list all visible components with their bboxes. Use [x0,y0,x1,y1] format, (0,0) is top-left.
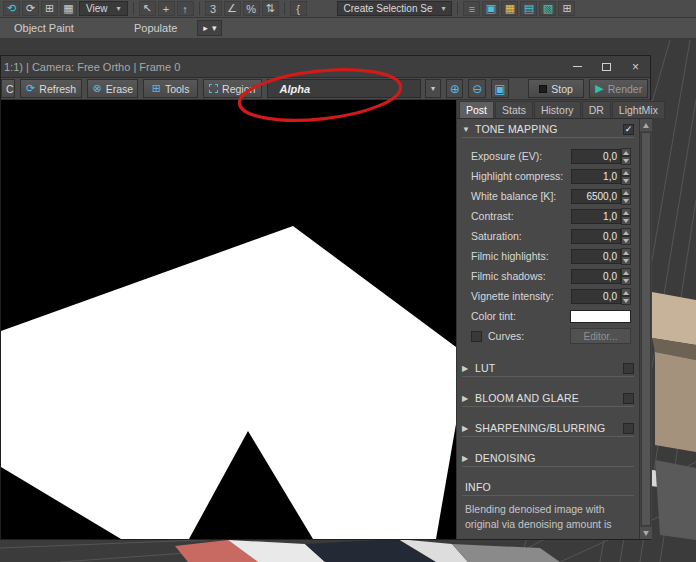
spin-down-icon[interactable] [621,196,631,205]
vfb-titlebar[interactable]: 1:1) | Camera: Free Ortho | Frame 0 × [1,56,650,78]
scroll-down-icon[interactable] [640,527,652,539]
spin-down-icon[interactable] [621,216,631,225]
exposure-spinner[interactable] [621,148,631,165]
section-sharpening-blurring[interactable]: ▶ SHARPENING/BLURRING [462,420,634,437]
percent-snap-icon[interactable]: % [243,1,260,16]
spin-up-icon[interactable] [621,168,631,177]
color-tint-swatch[interactable] [570,310,631,323]
tab-lightmix[interactable]: LightMix [612,101,665,118]
section-title: DENOISING [475,452,634,464]
filmic-highlights-spinner[interactable] [621,248,631,265]
snap-3d-icon[interactable]: 3 [205,1,222,16]
spin-down-icon[interactable] [621,256,631,265]
tab-post[interactable]: Post [459,101,494,118]
section-lut[interactable]: ▶ LUT [462,360,634,377]
move-icon[interactable]: + [158,1,175,16]
panel-scrollbar[interactable] [639,119,652,539]
up-arrow-icon[interactable]: ↑ [177,1,194,16]
section-denoising[interactable]: ▶ DENOISING [462,450,634,467]
render-button[interactable]: ▶ Render [589,79,648,98]
ribbon-dropdown[interactable]: ▸ ▾ [197,20,222,36]
erase-button[interactable]: ⊗ Erase [87,79,138,98]
white-balance-spinner[interactable] [621,188,631,205]
minimize-button[interactable] [563,56,592,77]
vfb-side-panel: Post Stats History DR LightMix ▼ TONE MA… [456,100,652,539]
vignette-intensity-input[interactable]: 0,0 [571,289,621,304]
zoom-out-button[interactable]: ⊖ [468,79,486,98]
partial-button[interactable]: C [1,79,15,98]
angle-snap-icon[interactable]: ∠ [224,1,241,16]
layers-icon[interactable]: ▦ [501,1,518,16]
spin-down-icon[interactable] [621,236,631,245]
tools-button[interactable]: ⊞ Tools [143,79,198,98]
curves-editor-button[interactable]: Editor... [570,328,631,344]
spin-down-icon[interactable] [621,156,631,165]
white-balance-input[interactable]: 6500,0 [571,189,621,204]
schematic-view-icon[interactable]: ⊞ [558,1,575,16]
section-tone-mapping[interactable]: ▼ TONE MAPPING ✓ [462,121,634,138]
undo-icon[interactable]: ⟲ [3,1,20,16]
link-icon[interactable]: ⊞ [41,1,58,16]
bloom-checkbox[interactable] [623,393,634,404]
highlight-compress-input[interactable]: 1,0 [571,169,621,184]
tone-mapping-checkbox[interactable]: ✓ [623,124,634,135]
create-selection-dropdown[interactable]: Create Selection Se ▾ [337,1,453,16]
view-dropdown[interactable]: View ▾ [79,1,128,16]
contrast-input[interactable]: 1,0 [571,209,621,224]
spin-up-icon[interactable] [621,248,631,257]
tab-history[interactable]: History [534,101,581,118]
curves-checkbox[interactable] [471,331,482,342]
field-label: Contrast: [471,210,571,222]
close-button[interactable]: × [621,56,650,77]
filmic-shadows-input[interactable]: 0,0 [571,269,621,284]
contrast-spinner[interactable] [621,208,631,225]
stop-button[interactable]: Stop [528,79,585,98]
region-button[interactable]: Region [203,79,262,98]
spin-up-icon[interactable] [621,288,631,297]
saturation-spinner[interactable] [621,228,631,245]
filmic-shadows-spinner[interactable] [621,268,631,285]
sharpening-checkbox[interactable] [623,423,634,434]
tab-stats[interactable]: Stats [495,101,533,118]
spin-up-icon[interactable] [621,148,631,157]
ribbon-tab-object-paint[interactable]: Object Paint [8,22,80,34]
lut-checkbox[interactable] [623,363,634,374]
maximize-button[interactable] [592,56,621,77]
section-title: LUT [475,362,623,374]
spin-up-icon[interactable] [621,208,631,217]
chevron-down-icon: ▾ [117,4,121,13]
channel-select-caret[interactable]: ▾ [425,79,441,98]
align-icon[interactable]: ▤ [520,1,537,16]
saturation-input[interactable]: 0,0 [571,229,621,244]
tab-dr[interactable]: DR [582,101,611,118]
vignette-intensity-row: Vignette intensity: 0,0 [457,286,639,306]
channel-select[interactable]: Alpha [267,79,422,98]
section-bloom-and-glare[interactable]: ▶ BLOOM AND GLARE [462,390,634,407]
filter-icon[interactable]: ▦ [60,1,77,16]
mirror-icon[interactable]: ▣ [482,1,499,16]
spin-up-icon[interactable] [621,228,631,237]
vignette-intensity-spinner[interactable] [621,288,631,305]
scrollbar-thumb[interactable] [641,132,651,526]
curve-editor-icon[interactable]: ▧ [539,1,556,16]
erase-icon: ⊗ [92,83,101,94]
spin-up-icon[interactable] [621,188,631,197]
scroll-up-icon[interactable] [640,119,652,131]
exposure-input[interactable]: 0,0 [571,149,621,164]
refresh-button[interactable]: ⟳ Refresh [20,79,83,98]
spin-down-icon[interactable] [621,296,631,305]
highlight-compress-spinner[interactable] [621,168,631,185]
zoom-fit-button[interactable]: ▣ [491,79,509,98]
named-selection-icon[interactable]: { [290,1,307,16]
region-icon [209,84,218,93]
spin-down-icon[interactable] [621,176,631,185]
redo-icon[interactable]: ⟳ [22,1,39,16]
filmic-highlights-input[interactable]: 0,0 [571,249,621,264]
zoom-in-button[interactable]: ⊕ [446,79,464,98]
list-icon[interactable]: ≡ [463,1,480,16]
spin-down-icon[interactable] [621,276,631,285]
ribbon-tab-populate[interactable]: Populate [128,22,183,34]
spin-up-icon[interactable] [621,268,631,277]
spinner-snap-icon[interactable]: ⇅ [262,1,279,16]
select-icon[interactable]: ↖ [139,1,156,16]
